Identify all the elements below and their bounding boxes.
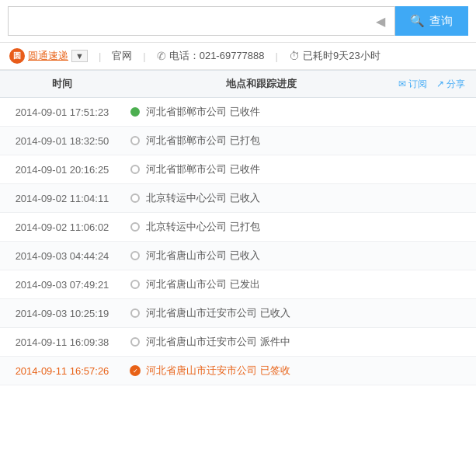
col-header-time: 时间 (0, 77, 124, 91)
row-location: 河北省邯郸市公司 已收件 (146, 162, 476, 176)
row-location: 河北省唐山市迁安市公司 派件中 (146, 335, 476, 349)
row-location: 河北省邯郸市公司 已收件 (146, 105, 476, 119)
carrier-name-link[interactable]: 圆通速递 (28, 49, 68, 63)
row-dot-wrap (124, 193, 146, 203)
row-dot-wrap (124, 222, 146, 232)
table-row: 2014-09-03 10:25:19 河北省唐山市迁安市公司 已收入 (0, 299, 476, 328)
table-row: 2014-09-02 11:06:02 北京转运中心公司 已打包 (0, 213, 476, 242)
separator-2: | (143, 51, 145, 62)
row-location: 河北省唐山市迁安市公司 已收入 (146, 306, 476, 320)
col-header-location: 地点和跟踪进度 (124, 77, 398, 91)
normal-dot-icon (130, 193, 140, 203)
subscribe-label: 订阅 (408, 78, 427, 91)
row-location: 河北省邯郸市公司 已打包 (146, 134, 476, 148)
share-label: 分享 (446, 78, 465, 91)
clock-icon: ⏱ (289, 50, 300, 62)
carrier-wrap: 圆 圆通速递 ▼ (9, 48, 88, 64)
tracking-rows: 2014-09-01 17:51:23 河北省邯郸市公司 已收件 2014-09… (0, 98, 476, 385)
search-icon: 🔍 (410, 14, 425, 28)
official-site-label: 官网 (112, 49, 132, 63)
table-row: 2014-09-03 07:49:21 河北省唐山市公司 已发出 (0, 270, 476, 299)
subscribe-icon: ✉ (398, 78, 406, 89)
search-button[interactable]: 🔍 查询 (394, 6, 468, 36)
row-time: 2014-09-03 04:44:24 (0, 250, 124, 262)
subscribe-link[interactable]: ✉ 订阅 (398, 78, 427, 91)
table-row: 2014-09-01 18:32:50 河北省邯郸市公司 已打包 (0, 127, 476, 155)
phone-icon: ✆ (157, 50, 166, 62)
row-time: 2014-09-02 11:06:02 (0, 221, 124, 233)
row-dot-wrap (124, 280, 146, 289)
table-row: 2014-09-01 20:16:25 河北省邯郸市公司 已收件 (0, 155, 476, 184)
info-bar: 圆 圆通速递 ▼ | 官网 | ✆ 电话：021-69777888 | ⏱ 已耗… (0, 43, 476, 70)
share-link[interactable]: ↗ 分享 (436, 78, 465, 91)
table-header: 时间 地点和跟踪进度 ✉ 订阅 ↗ 分享 (0, 70, 476, 98)
search-input[interactable]: 5674392576 (15, 15, 373, 27)
table-row: 2014-09-11 16:09:38 河北省唐山市迁安市公司 派件中 (0, 328, 476, 357)
carrier-dropdown-button[interactable]: ▼ (71, 50, 88, 62)
table-row: 2014-09-01 17:51:23 河北省邯郸市公司 已收件 (0, 98, 476, 127)
row-time: 2014-09-01 18:32:50 (0, 135, 124, 147)
row-dot-wrap: ✓ (124, 365, 146, 376)
normal-dot-icon (130, 251, 140, 260)
row-dot-wrap (124, 308, 146, 318)
signed-dot-icon: ✓ (130, 365, 141, 376)
row-location: 河北省唐山市公司 已收入 (146, 249, 476, 263)
active-dot-icon (130, 107, 140, 117)
row-dot-wrap (124, 337, 146, 347)
separator-1: | (99, 51, 101, 62)
row-time: 2014-09-03 07:49:21 (0, 279, 124, 291)
table-row: 2014-09-11 16:57:26 ✓ 河北省唐山市迁安市公司 已签收 (0, 357, 476, 385)
search-bar: 5674392576 ◀ 🔍 查询 (0, 0, 476, 43)
search-button-label: 查询 (429, 14, 453, 29)
row-dot-wrap (124, 165, 146, 174)
elapsed-label: 已耗时9天23小时 (303, 49, 380, 63)
separator-3: | (276, 51, 278, 62)
row-time: 2014-09-11 16:57:26 (0, 365, 124, 377)
row-time: 2014-09-01 17:51:23 (0, 106, 124, 118)
normal-dot-icon (130, 222, 140, 232)
carrier-logo-icon: 圆 (9, 48, 25, 64)
phone-label: 电话：021-69777888 (169, 49, 265, 63)
normal-dot-icon (130, 280, 140, 289)
normal-dot-icon (130, 337, 140, 347)
normal-dot-icon (130, 165, 140, 174)
phone-info: ✆ 电话：021-69777888 (157, 49, 265, 63)
elapsed-info: ⏱ 已耗时9天23小时 (289, 49, 380, 63)
row-dot-wrap (124, 136, 146, 145)
row-location: 河北省唐山市公司 已发出 (146, 277, 476, 291)
row-dot-wrap (124, 107, 146, 117)
row-dot-wrap (124, 251, 146, 260)
table-row: 2014-09-02 11:04:11 北京转运中心公司 已收入 (0, 184, 476, 213)
row-time: 2014-09-11 16:09:38 (0, 336, 124, 348)
row-time: 2014-09-01 20:16:25 (0, 164, 124, 176)
table-row: 2014-09-03 04:44:24 河北省唐山市公司 已收入 (0, 242, 476, 270)
row-time: 2014-09-02 11:04:11 (0, 193, 124, 204)
official-site-link[interactable]: 官网 (112, 49, 132, 63)
share-icon: ↗ (436, 78, 444, 89)
row-location: 北京转运中心公司 已打包 (146, 220, 476, 234)
row-location: 北京转运中心公司 已收入 (146, 191, 476, 205)
row-time: 2014-09-03 10:25:19 (0, 308, 124, 319)
row-location: 河北省唐山市迁安市公司 已签收 (146, 364, 476, 378)
search-input-wrap: 5674392576 ◀ (8, 6, 395, 36)
normal-dot-icon (130, 136, 140, 145)
normal-dot-icon (130, 308, 140, 318)
clear-icon[interactable]: ◀ (373, 14, 388, 29)
col-actions: ✉ 订阅 ↗ 分享 (398, 78, 476, 91)
